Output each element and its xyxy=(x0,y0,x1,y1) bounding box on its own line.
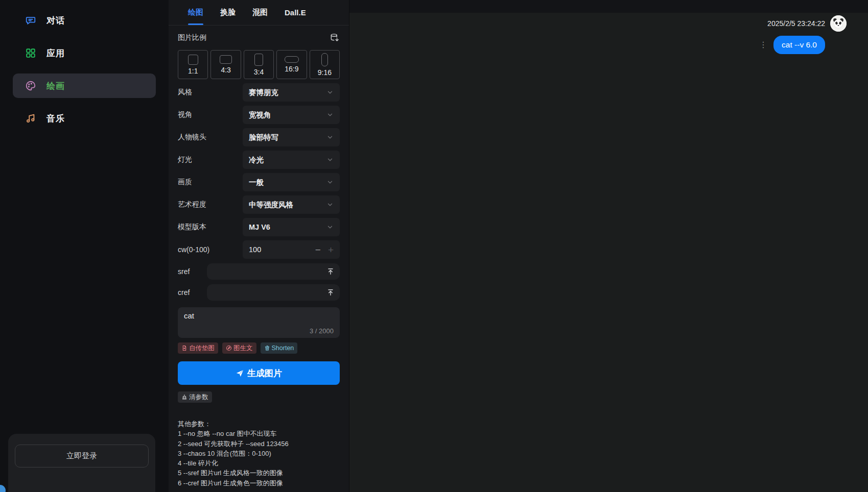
user-message: 2025/2/5 23:24:22 ⋮ cat --v 6.0 xyxy=(759,15,847,54)
stylize-label: 艺术程度 xyxy=(178,200,243,209)
ratio-section-label: 图片比例 xyxy=(178,33,206,42)
aspect-ratio-3-4[interactable]: 3:4 xyxy=(244,50,274,79)
tab-dalle[interactable]: Dall.E xyxy=(285,0,306,25)
sidebar-item-draw[interactable]: 绘画 xyxy=(13,73,156,98)
chat-icon xyxy=(25,15,36,26)
help-line: 6 --cref 图片url 生成角色一致的图像 xyxy=(178,478,340,488)
lighting-label: 灯光 xyxy=(178,155,243,164)
tab-faceswap[interactable]: 换脸 xyxy=(220,0,236,25)
clear-icon xyxy=(181,394,187,400)
shorten-pill[interactable]: Shorten xyxy=(261,342,298,354)
chevron-down-icon xyxy=(326,224,334,231)
cw-stepper[interactable]: 100 − + xyxy=(243,240,340,259)
sidebar-item-label: 音乐 xyxy=(46,113,65,125)
chat-top-strip xyxy=(349,0,868,13)
pen-icon xyxy=(226,345,232,351)
ratio-shape-icon xyxy=(321,53,328,66)
tab-draw[interactable]: 绘图 xyxy=(188,0,203,25)
sidebar-item-label: 应用 xyxy=(46,47,65,59)
char-counter: 3 / 2000 xyxy=(310,327,334,335)
app-window: 对话 应用 绘画 xyxy=(0,0,868,492)
aspect-ratio-9-16[interactable]: 9:16 xyxy=(310,50,340,79)
tab-blend[interactable]: 混图 xyxy=(252,0,268,25)
chevron-down-icon xyxy=(326,89,334,96)
palette-icon xyxy=(25,80,36,91)
help-line: 5 --sref 图片url 生成风格一致的图像 xyxy=(178,468,340,478)
aspect-ratio-16-9[interactable]: 16:9 xyxy=(276,50,307,79)
help-line: 3 --chaos 10 混合(范围：0-100) xyxy=(178,449,340,458)
chevron-down-icon xyxy=(326,134,334,141)
view-angle-label: 视角 xyxy=(178,110,243,119)
aspect-ratio-4-3[interactable]: 4:3 xyxy=(210,50,241,79)
quick-action-row: 自传垫图 图生文 Shorten xyxy=(178,342,340,354)
ratio-shape-icon xyxy=(188,55,198,65)
message-timestamp: 2025/2/5 23:24:22 xyxy=(767,19,825,28)
sidebar-item-apps[interactable]: 应用 xyxy=(13,41,156,65)
upload-icon[interactable] xyxy=(326,288,335,297)
upload-base-image-pill[interactable]: 自传垫图 xyxy=(178,342,218,354)
generation-panel: 绘图 换脸 混图 Dall.E 图片比例 xyxy=(169,0,349,492)
panda-avatar-icon xyxy=(830,15,847,32)
music-icon xyxy=(25,113,36,124)
sidebar-item-label: 绘画 xyxy=(46,80,65,92)
cref-upload-field[interactable] xyxy=(207,284,340,301)
character-shot-label: 人物镜头 xyxy=(178,133,243,142)
chevron-down-icon xyxy=(326,111,334,118)
user-avatar[interactable] xyxy=(830,15,847,32)
character-shot-select[interactable]: 脸部特写 xyxy=(243,128,340,146)
panel-body: 图片比例 1:1 4:3 xyxy=(169,26,349,492)
shorten-icon xyxy=(264,345,270,351)
sref-upload-field[interactable] xyxy=(207,263,340,280)
panel-tabbar: 绘图 换脸 混图 Dall.E xyxy=(169,0,349,26)
ratio-shape-icon xyxy=(285,56,299,63)
view-angle-select[interactable]: 宽视角 xyxy=(243,106,340,124)
minus-button[interactable]: − xyxy=(315,245,321,255)
stylize-select[interactable]: 中等强度风格 xyxy=(243,195,340,214)
login-button[interactable]: 立即登录 xyxy=(15,445,149,468)
sidebar-item-label: 对话 xyxy=(46,15,65,27)
sidebar-item-chat[interactable]: 对话 xyxy=(13,8,156,33)
style-select[interactable]: 赛博朋克 xyxy=(243,83,340,102)
upload-icon[interactable] xyxy=(326,267,335,276)
clear-params-pill[interactable]: 清参数 xyxy=(178,391,212,403)
history-import-icon[interactable] xyxy=(330,33,340,43)
apps-grid-icon xyxy=(25,47,36,59)
prompt-container: cat 3 / 2000 xyxy=(178,307,340,338)
help-line: 4 --tile 碎片化 xyxy=(178,458,340,468)
chevron-down-icon xyxy=(326,156,334,163)
cw-label: cw(0-100) xyxy=(178,245,243,254)
help-title: 其他参数： xyxy=(178,419,340,429)
file-add-icon xyxy=(181,345,187,351)
message-bubble: cat --v 6.0 xyxy=(773,36,825,54)
chevron-down-icon xyxy=(326,179,334,186)
lighting-select[interactable]: 冷光 xyxy=(243,151,340,169)
help-line: 1 --no 忽略 --no car 图中不出现车 xyxy=(178,429,340,438)
other-params-help: 其他参数： 1 --no 忽略 --no car 图中不出现车 2 --seed… xyxy=(178,419,340,488)
prompt-input[interactable]: cat xyxy=(184,311,334,327)
sidebar: 对话 应用 绘画 xyxy=(0,0,169,492)
ratio-shape-icon xyxy=(254,54,263,66)
image-to-text-pill[interactable]: 图生文 xyxy=(222,342,256,354)
aspect-ratio-1-1[interactable]: 1:1 xyxy=(178,50,208,79)
sidebar-item-music[interactable]: 音乐 xyxy=(13,106,156,131)
style-label: 风格 xyxy=(178,88,243,97)
generate-image-button[interactable]: 生成图片 xyxy=(178,361,340,385)
chat-area: 2025/2/5 23:24:22 ⋮ cat --v 6.0 xyxy=(349,0,868,492)
quality-select[interactable]: 一般 xyxy=(243,173,340,191)
sref-label: sref xyxy=(178,267,207,276)
quality-label: 画质 xyxy=(178,178,243,187)
login-card: 立即登录 xyxy=(8,434,155,492)
aspect-ratio-group: 1:1 4:3 3:4 16:9 9:16 xyxy=(178,50,340,79)
cw-value: 100 xyxy=(249,245,315,254)
plus-button[interactable]: + xyxy=(328,245,334,255)
message-menu-icon[interactable]: ⋮ xyxy=(759,41,767,49)
model-version-label: 模型版本 xyxy=(178,223,243,232)
ratio-shape-icon xyxy=(220,55,232,64)
help-line: 2 --seed 可先获取种子 --seed 123456 xyxy=(178,439,340,449)
model-version-select[interactable]: MJ V6 xyxy=(243,218,340,236)
chevron-down-icon xyxy=(326,201,334,208)
send-icon xyxy=(236,369,244,378)
cref-label: cref xyxy=(178,288,207,297)
